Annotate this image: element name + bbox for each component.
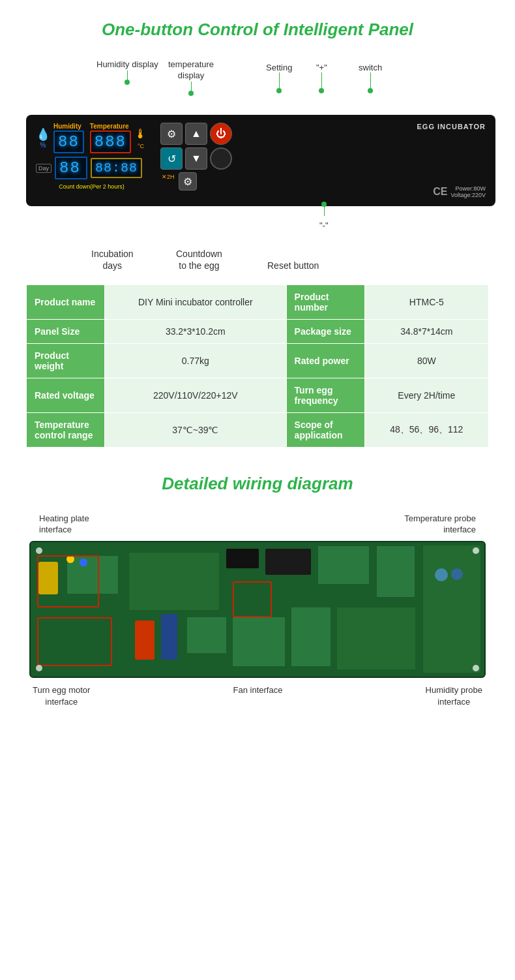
day-countdown-row: Day 88 88:88	[36, 157, 147, 179]
wiring-bottom-labels: Turn egg motorinterface Fan interface Hu…	[26, 684, 489, 708]
spec-value-turn-egg-freq: Every 2H/time	[364, 378, 488, 413]
up-button[interactable]: ▲	[185, 123, 207, 145]
specs-row-1: Product name DIY Mini incubator controll…	[27, 285, 489, 320]
label-fan-interface: Fan interface	[233, 684, 283, 708]
spec-label-scope: Scope ofapplication	[286, 413, 364, 448]
pcb-mid-block	[187, 617, 226, 653]
power-button[interactable]: ⏻	[210, 123, 232, 145]
label-incubation-days: Incubationdays	[91, 248, 134, 271]
pcb-block-2	[128, 552, 220, 611]
btn-row-2: ↺ ▼	[160, 147, 232, 170]
label-plus: "+"	[316, 63, 327, 72]
spec-value-scope: 48、56、96、112	[364, 413, 488, 448]
specs-table: Product name DIY Mini incubator controll…	[26, 284, 489, 448]
down-button[interactable]: ▼	[185, 147, 207, 170]
pcb-block-4	[376, 545, 415, 598]
bottom-labels-area: "-" Incubationdays Countdownto the egg R…	[26, 206, 495, 271]
pcb-chip-2	[265, 549, 311, 575]
humidity-row: 💧 % Humidity 88 Temperature 888 🌡 °C	[36, 123, 147, 153]
spec-label-product-name: Product name	[27, 285, 105, 320]
spec-label-rated-power: Rated power	[286, 344, 364, 378]
refresh-button[interactable]: ↺	[160, 147, 183, 170]
humidity-label: Humidity	[53, 123, 84, 130]
pcb-large-chip	[233, 617, 285, 666]
pcb-right-section	[422, 545, 480, 673]
spec-value-temp-range: 37℃~39℃	[105, 413, 287, 448]
countdown-caption: Count down(Per 2 hours)	[36, 183, 147, 190]
day-badge: Day	[36, 164, 52, 173]
specs-row-5: Temperaturecontrol range 37℃~39℃ Scope o…	[27, 413, 489, 448]
day-display: 88	[55, 157, 87, 179]
specs-row-4: Rated voltage 220V/110V/220+12V Turn egg…	[27, 378, 489, 413]
spec-value-package-size: 34.8*7*14cm	[364, 320, 488, 344]
panel-left-section: 💧 % Humidity 88 Temperature 888 🌡 °C	[36, 123, 147, 198]
x2h-label: ✕2H	[160, 172, 176, 191]
wiring-diagram-full: Heating plateinterface Temperature probe…	[26, 513, 489, 708]
pcb-block-3	[317, 545, 370, 585]
pcb-cap-large	[435, 568, 448, 581]
section1-control-panel: One-button Control of Intelligent Panel …	[0, 0, 515, 461]
specs-row-2: Panel Size 33.2*3*10.2cm Package size 34…	[27, 320, 489, 344]
red-box-left	[37, 555, 99, 607]
btn-row-1: ⚙ ▲ ⏻	[160, 123, 232, 145]
spec-value-product-name: DIY Mini incubator controller	[105, 285, 287, 320]
label-setting: Setting	[266, 63, 292, 72]
label-turn-egg-motor: Turn egg motorinterface	[33, 684, 90, 708]
voltage-info: Voltage:220V	[450, 192, 486, 198]
pcb-cap-large2	[451, 568, 463, 580]
label-reset-button: Reset button	[267, 260, 319, 271]
label-temp-probe: Temperature probeinterface	[404, 513, 476, 536]
section2-title: Detailed wiring diagram	[26, 474, 489, 494]
panel-middle-buttons: ⚙ ▲ ⏻ ↺ ▼ ✕2H ⚙	[160, 123, 232, 198]
pcb-chip-1	[226, 549, 259, 568]
spec-label-product-weight: Product weight	[27, 344, 105, 378]
settings-button[interactable]: ⚙	[160, 123, 183, 145]
black-button[interactable]	[210, 147, 232, 170]
red-box-bottom-left	[37, 617, 112, 666]
pcb-blue-comp	[161, 614, 177, 660]
spec-label-panel-size: Panel Size	[27, 320, 105, 344]
spec-label-package-size: Package size	[286, 320, 364, 344]
section1-title: One-button Control of Intelligent Panel	[26, 20, 489, 40]
spec-label-rated-voltage: Rated voltage	[27, 378, 105, 413]
red-box-middle	[233, 581, 272, 617]
humidity-display: 88	[53, 130, 84, 153]
pcb-right-block	[291, 607, 331, 666]
mount-hole-br	[473, 665, 479, 671]
ce-logo: CE	[433, 186, 447, 198]
spec-value-panel-size: 33.2*3*10.2cm	[105, 320, 287, 344]
pcb-red-comp	[135, 620, 154, 660]
celsius-icon: °C	[138, 143, 144, 149]
label-switch: switch	[359, 63, 382, 72]
section2-wiring-diagram: Detailed wiring diagram Heating plateint…	[0, 461, 515, 727]
wiring-top-labels: Heating plateinterface Temperature probe…	[26, 513, 489, 536]
btn-row-3: ✕2H ⚙	[160, 172, 232, 191]
power-info: Power:80W	[450, 185, 486, 192]
mount-hole-tl	[36, 547, 42, 554]
spec-value-product-weight: 0.77kg	[105, 344, 287, 378]
label-humidity-probe: Humidity probeinterface	[426, 684, 482, 708]
pcb-large-right	[337, 607, 415, 669]
label-heating-plate: Heating plateinterface	[39, 513, 89, 536]
temp-display: 888	[90, 130, 131, 153]
humidity-drops-icon: 💧	[36, 127, 50, 142]
specs-row-3: Product weight 0.77kg Rated power 80W	[27, 344, 489, 378]
mount-hole-bl	[36, 665, 42, 671]
humidity-percent-icon: %	[40, 142, 46, 149]
panel-right-info: EGG INCUBATOR CE Power:80W Voltage:220V	[417, 123, 486, 198]
settings2-button[interactable]: ⚙	[179, 172, 197, 191]
panel-diagram: Humidity display temperaturedisplay Sett…	[26, 59, 495, 271]
spec-value-rated-power: 80W	[364, 344, 488, 378]
label-minus: "-"	[319, 206, 329, 230]
spec-value-rated-voltage: 220V/110V/220+12V	[105, 378, 287, 413]
top-labels-area: Humidity display temperaturedisplay Sett…	[26, 59, 495, 115]
spec-label-temp-range: Temperaturecontrol range	[27, 413, 105, 448]
pcb-board	[29, 541, 486, 678]
label-temp-display: temperaturedisplay	[168, 59, 214, 82]
incubator-panel: 💧 % Humidity 88 Temperature 888 🌡 °C	[26, 115, 495, 206]
label-humidity-display: Humidity display	[96, 59, 158, 70]
spec-label-product-number: Product number	[286, 285, 364, 320]
egg-incubator-title: EGG INCUBATOR	[417, 123, 486, 130]
mount-hole-tr	[473, 547, 479, 554]
countdown-display: 88:88	[91, 158, 142, 178]
